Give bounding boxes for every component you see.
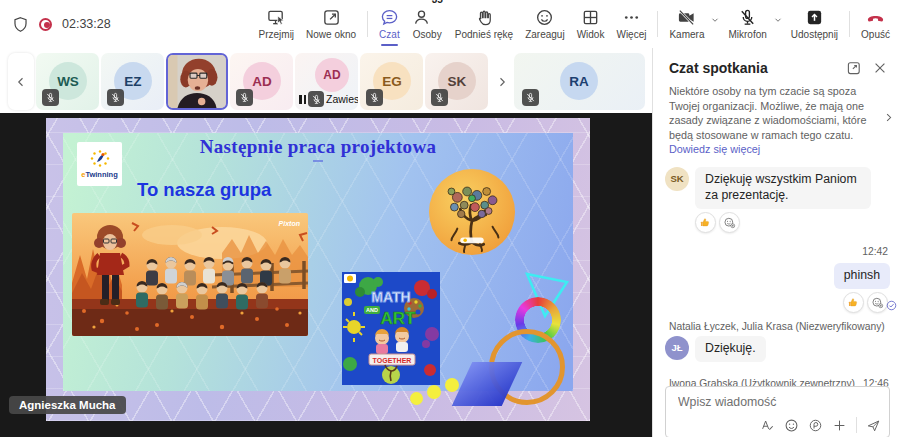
muted-mic-badge <box>42 89 59 106</box>
thumbs-up-reaction[interactable] <box>843 292 864 313</box>
external-users-notice: Niektóre osoby na tym czacie są spoza Tw… <box>653 82 900 165</box>
poster-word-math: MATH <box>371 289 410 305</box>
participant-strip: WS EZ AD <box>0 48 652 113</box>
participant-video <box>168 55 226 108</box>
participant-tile-paused[interactable]: AD Zawieszono <box>295 53 358 110</box>
leave-button[interactable]: Opuść <box>855 1 896 47</box>
meeting-toolbar: 02:33:28 Przejmij Nowe okno Czat 35 <box>0 0 900 48</box>
avatar: JŁ <box>665 336 689 360</box>
share-button[interactable]: Udostępnij <box>785 1 844 47</box>
presenter-name-label: Agnieszka Mucha <box>9 396 126 414</box>
chat-message-bubble[interactable]: Dziękuję. <box>695 336 766 362</box>
shield-icon <box>12 16 29 33</box>
add-reaction-button[interactable] <box>719 212 740 233</box>
participant-video-tile[interactable] <box>166 53 228 110</box>
people-icon <box>412 8 431 27</box>
strip-scroll-right-button[interactable] <box>491 53 513 110</box>
chat-title: Czat spotkania <box>669 60 836 76</box>
chat-message-bubble[interactable]: Dziękuję wszystkim Paniom za prezentację… <box>695 167 871 209</box>
participant-tile[interactable]: AD <box>230 53 293 110</box>
send-icon[interactable] <box>866 418 881 433</box>
chat-message: SK Dziękuję wszystkim Paniom za prezenta… <box>665 167 890 233</box>
people-count-badge: 35 <box>432 0 443 5</box>
attach-plus-icon[interactable] <box>832 418 847 433</box>
loop-icon[interactable] <box>808 418 823 433</box>
participant-tile[interactable]: EZ <box>101 53 164 110</box>
meeting-chat-panel: Czat spotkania Niektóre osoby na tym cza… <box>652 48 900 437</box>
people-button[interactable]: 35 Osoby <box>406 1 449 47</box>
camera-off-icon <box>677 8 696 27</box>
compose-separator <box>856 417 857 433</box>
strip-scroll-left-button[interactable] <box>8 53 34 110</box>
chat-message-list: SK Dziękuję wszystkim Paniom za prezenta… <box>653 165 900 419</box>
raise-hand-button[interactable]: Podnieś rękę <box>449 1 519 47</box>
avatar: RA <box>560 62 598 100</box>
meeting-timer: 02:33:28 <box>62 17 111 31</box>
thumbs-up-reaction[interactable] <box>695 212 716 233</box>
etwinning-logo: eTwinning <box>77 142 122 186</box>
muted-mic-badge <box>366 89 383 106</box>
new-window-button[interactable]: Nowe okno <box>300 1 362 47</box>
chevron-left-icon <box>15 76 27 88</box>
add-reaction-button[interactable] <box>867 292 888 313</box>
mic-off-icon <box>311 94 322 105</box>
chat-message: JŁ Dziękuję. <box>665 336 890 362</box>
participant-tile[interactable]: SK <box>425 53 488 110</box>
pixton-watermark: Pixton <box>279 220 300 227</box>
toolbar-separator <box>367 11 368 37</box>
camera-button[interactable]: Kamera <box>663 1 710 47</box>
toolbar-right-group: Przejmij Nowe okno Czat 35 Osoby Podnie <box>253 0 896 48</box>
chat-icon <box>380 8 399 27</box>
slide-subtitle: To nasza grupa <box>137 179 271 201</box>
slide-title: Następnie praca projektowa <box>63 136 573 158</box>
more-icon <box>622 8 641 27</box>
recording-indicator-icon <box>39 18 52 31</box>
react-button[interactable]: Zareaguj <box>519 1 570 47</box>
reaction-row <box>695 212 890 233</box>
view-icon <box>581 8 600 27</box>
mic-button[interactable]: Mikrofon <box>722 1 772 47</box>
emoji-icon[interactable] <box>784 418 799 433</box>
view-button[interactable]: Widok <box>571 1 611 47</box>
new-window-icon <box>322 8 341 27</box>
presentation-slide: Następnie praca projektowa To nasza grup… <box>46 118 590 421</box>
participant-tile[interactable]: WS <box>36 53 99 110</box>
mic-options-chevron-icon[interactable] <box>773 15 783 25</box>
notice-expand-chevron-icon[interactable] <box>883 112 894 123</box>
participant-tile[interactable]: EG <box>360 53 423 110</box>
yellow-dot <box>427 385 441 399</box>
yellow-dot <box>445 378 459 392</box>
thumbs-up-icon <box>847 296 860 309</box>
participant-tile[interactable]: RA <box>514 53 645 110</box>
thumbs-up-icon <box>699 216 712 229</box>
message-compose-box <box>665 386 890 437</box>
message-input[interactable] <box>676 394 879 410</box>
share-icon <box>805 8 824 27</box>
close-chat-icon[interactable] <box>872 60 888 76</box>
group-cartoon-image: Pixton <box>72 213 308 336</box>
popout-chat-icon[interactable] <box>846 60 862 76</box>
format-icon[interactable] <box>760 418 775 433</box>
chat-message-own: phinsh <box>665 263 890 313</box>
add-reaction-icon <box>723 216 736 229</box>
chevron-right-icon <box>496 76 508 88</box>
shared-screen-stage: Następnie praca projektowa To nasza grup… <box>0 113 652 437</box>
muted-mic-badge <box>431 89 448 106</box>
etwinning-logo-icon <box>89 149 111 169</box>
mic-off-icon <box>369 92 380 103</box>
toolbar-separator <box>849 11 850 37</box>
takeover-icon <box>267 8 286 27</box>
poster-word-and: AND <box>366 307 378 313</box>
takeover-button[interactable]: Przejmij <box>253 1 301 47</box>
learn-more-link[interactable]: Dowiedz się więcej <box>669 143 760 155</box>
camera-options-chevron-icon[interactable] <box>710 15 720 25</box>
leave-call-icon <box>866 8 885 27</box>
chat-button[interactable]: Czat <box>373 1 406 47</box>
pause-icon <box>299 95 306 104</box>
muted-mic-badge <box>522 89 539 106</box>
etwinning-logo-text: eTwinning <box>81 170 118 179</box>
more-button[interactable]: Więcej <box>610 1 652 47</box>
chat-message-bubble[interactable]: phinsh <box>834 263 890 289</box>
title-caret <box>313 160 323 162</box>
poster-word-together: TOGETHER <box>373 357 412 364</box>
